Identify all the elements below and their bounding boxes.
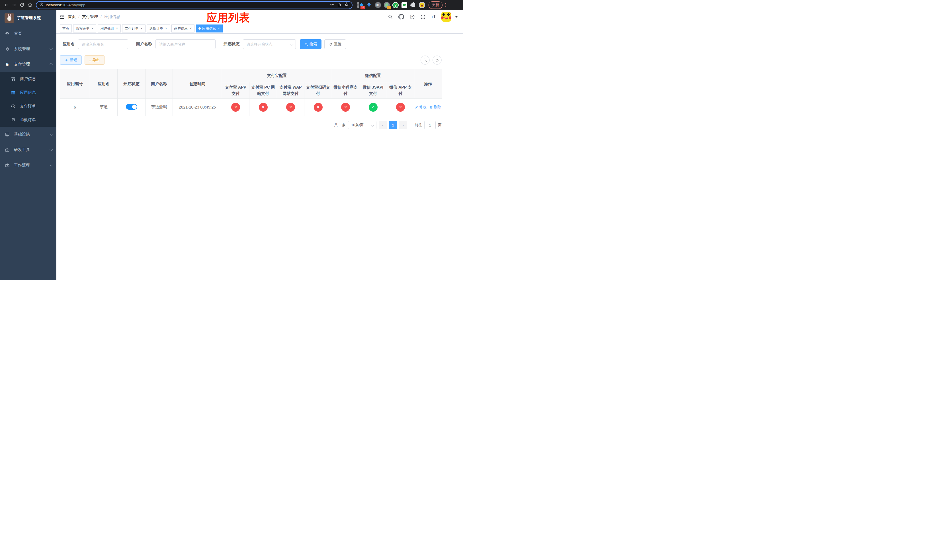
- delete-link[interactable]: 删除: [430, 104, 441, 110]
- status-label: 开启状态: [224, 42, 239, 47]
- goto-unit-label: 页: [438, 123, 442, 128]
- page-number-button[interactable]: 1: [389, 121, 397, 129]
- back-icon[interactable]: [2, 2, 10, 9]
- gear-icon: [5, 47, 10, 51]
- sidebar-collapse-icon[interactable]: [56, 10, 68, 24]
- tab-refund-order[interactable]: 退款订单✕: [147, 24, 170, 32]
- prev-page-button[interactable]: ‹: [379, 121, 387, 129]
- cell-app-name: 芋道: [90, 98, 118, 116]
- extension-squares-icon[interactable]: 10: [357, 2, 363, 8]
- sidebar-item-label: 支付订单: [20, 104, 36, 109]
- chevron-down-icon: [50, 163, 53, 166]
- alipay-wap-status-icon: ✕: [286, 103, 295, 112]
- extensions-puzzle-icon[interactable]: [410, 2, 416, 8]
- sidebar-item-payment[interactable]: ¥ 支付管理: [0, 57, 56, 72]
- breadcrumb-home[interactable]: 首页: [68, 14, 76, 20]
- refresh-icon: [329, 42, 333, 46]
- share-icon[interactable]: [337, 2, 341, 8]
- sidebar-item-infrastructure[interactable]: 基础设施: [0, 127, 56, 142]
- close-icon[interactable]: ✕: [165, 27, 168, 30]
- close-icon[interactable]: ✕: [189, 27, 192, 30]
- extension-gem-icon[interactable]: [366, 2, 372, 8]
- close-icon[interactable]: ✕: [140, 27, 143, 30]
- bookmark-star-icon[interactable]: [344, 2, 349, 8]
- extension-badge: 10: [360, 6, 365, 9]
- fullscreen-icon[interactable]: [418, 10, 428, 24]
- chevron-down-icon: [50, 148, 53, 151]
- merchant-name-input[interactable]: [156, 39, 216, 49]
- trash-icon: [430, 105, 433, 109]
- github-icon[interactable]: [396, 10, 406, 24]
- user-avatar[interactable]: [441, 12, 451, 22]
- tab-user-group[interactable]: 用户分组✕: [98, 24, 121, 32]
- font-size-icon[interactable]: TT: [429, 10, 439, 24]
- extension-green-icon[interactable]: 1: [384, 2, 390, 8]
- avatar-caret-down-icon[interactable]: [455, 16, 458, 18]
- navbar: 首页 / 支付管理 / 应用信息 应用列表 ? TT: [56, 10, 463, 24]
- cell-merchant: 芋道源码: [145, 98, 173, 116]
- tab-pay-order[interactable]: 支付订单✕: [122, 24, 145, 32]
- goto-page-input[interactable]: [424, 121, 436, 129]
- status-select-input[interactable]: [243, 39, 296, 49]
- tab-process-form[interactable]: 流程表单✕: [73, 24, 96, 32]
- sidebar-item-dev-tools[interactable]: 研发工具: [0, 142, 56, 157]
- extension-command-icon[interactable]: ⌘: [375, 2, 381, 8]
- sidebar-item-system[interactable]: 系统管理: [0, 41, 56, 57]
- forward-icon[interactable]: [10, 2, 18, 9]
- password-key-icon[interactable]: [330, 2, 334, 8]
- browser-menu-icon[interactable]: [445, 3, 446, 7]
- url-bar[interactable]: localhost:1024/pay/app: [36, 1, 353, 9]
- sidebar-item-home[interactable]: 首页: [0, 26, 56, 41]
- wx-jsapi-status-icon: ✓: [369, 103, 378, 112]
- reload-icon[interactable]: [18, 2, 26, 9]
- chevron-down-icon: [371, 124, 374, 127]
- edit-pencil-icon: [415, 105, 418, 109]
- col-group-wechat: 微信配置: [332, 69, 414, 82]
- page-size-select[interactable]: 10条/页: [348, 121, 377, 129]
- screen: localhost:1024/pay/app 10 ⌘ 1 y 更新: [0, 0, 463, 280]
- site-info-icon[interactable]: [39, 2, 44, 8]
- sidebar-item-merchant-info[interactable]: 商户信息: [0, 72, 56, 86]
- grid-icon: [11, 90, 16, 95]
- tab-app-info[interactable]: 应用信息✕: [196, 24, 223, 32]
- close-icon[interactable]: ✕: [116, 27, 118, 30]
- toolbox-icon: [5, 148, 10, 152]
- sidebar-item-label: 首页: [14, 31, 22, 36]
- browser-update-button[interactable]: 更新: [428, 2, 442, 9]
- cell-app-id: 6: [60, 98, 90, 116]
- refresh-table-button[interactable]: [433, 56, 442, 65]
- export-button[interactable]: ↓ 导出: [85, 55, 104, 65]
- search-button[interactable]: 搜索: [300, 39, 321, 49]
- add-button[interactable]: ＋ 新增: [60, 55, 82, 65]
- tab-merchant-info[interactable]: 商户信息✕: [171, 24, 195, 32]
- edit-link[interactable]: 修改: [415, 104, 427, 110]
- goto-label: 前往: [415, 123, 422, 128]
- breadcrumb-payment[interactable]: 支付管理: [82, 14, 98, 20]
- reset-button[interactable]: 重置: [324, 39, 346, 49]
- tab-home[interactable]: 首页: [60, 24, 72, 32]
- search-icon: [304, 42, 308, 46]
- alipay-qr-status-icon: ✕: [314, 103, 322, 112]
- sidebar-item-refund-order[interactable]: 退款订单: [0, 113, 56, 127]
- sidebar-item-label: 基础设施: [14, 132, 30, 137]
- next-page-button[interactable]: ›: [399, 121, 407, 129]
- extension-y-icon[interactable]: y: [392, 2, 399, 8]
- status-select[interactable]: [243, 39, 296, 49]
- payment-submenu: 商户信息 应用信息 ¥ 支付订单 退款订单: [0, 72, 56, 127]
- sidebar-item-workflow[interactable]: 工作流程: [0, 157, 56, 173]
- app-name-input[interactable]: [78, 39, 128, 49]
- close-icon[interactable]: ✕: [91, 27, 94, 30]
- profile-avatar[interactable]: [419, 2, 425, 8]
- sidebar-item-pay-order[interactable]: ¥ 支付订单: [0, 100, 56, 113]
- extensions-area: 10 ⌘ 1 y: [357, 2, 425, 8]
- sidebar-logo[interactable]: 芋道管理系统: [0, 10, 56, 26]
- help-icon[interactable]: ?: [407, 10, 417, 24]
- status-toggle[interactable]: [126, 104, 137, 110]
- home-icon[interactable]: [26, 2, 33, 9]
- header-search-icon[interactable]: [386, 10, 395, 24]
- url-text: localhost:1024/pay/app: [46, 3, 330, 7]
- close-icon[interactable]: ✕: [218, 27, 220, 30]
- extension-chat-icon[interactable]: [401, 2, 407, 8]
- sidebar-item-app-info[interactable]: 应用信息: [0, 86, 56, 100]
- show-search-toggle-button[interactable]: [421, 56, 430, 65]
